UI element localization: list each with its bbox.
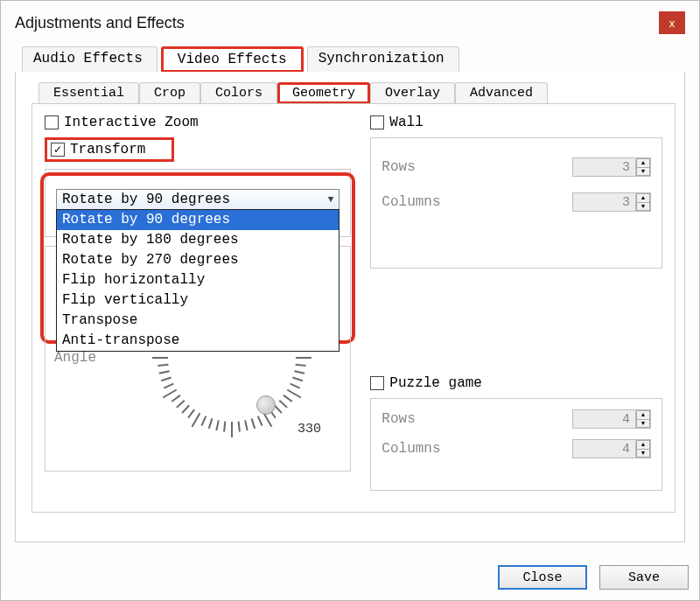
wall-label: Wall — [389, 115, 423, 130]
transform-option[interactable]: Rotate by 90 degrees — [57, 210, 339, 230]
transform-combo-value: Rotate by 90 degrees — [62, 192, 230, 207]
main-tabs: Audio Effects Video Effects Synchronizat… — [22, 46, 685, 73]
spin-down-icon[interactable]: ▼ — [636, 167, 650, 176]
transform-row: Transform — [45, 137, 174, 162]
puzzle-cols-spinbox[interactable]: 4 ▲ ▼ — [572, 439, 651, 458]
tab-essential[interactable]: Essential — [38, 82, 139, 104]
transform-combo[interactable]: Rotate by 90 degrees ▼ Rotate by 90 degr… — [56, 189, 340, 210]
geometry-left-column: Interactive Zoom Transform Rotate by 90 … — [45, 113, 351, 503]
puzzle-checkbox[interactable] — [370, 376, 384, 390]
dialog-footer: Close Save — [498, 565, 689, 590]
wall-cols-value: 3 — [573, 194, 636, 211]
spin-down-icon[interactable]: ▼ — [636, 419, 650, 428]
close-icon[interactable]: x — [659, 11, 685, 34]
transform-combo-list: Rotate by 90 degrees Rotate by 180 degre… — [56, 209, 340, 352]
transform-group: Rotate by 90 degrees ▼ Rotate by 90 degr… — [45, 169, 351, 237]
adjustments-effects-dialog: Adjustments and Effects x Audio Effects … — [0, 0, 700, 601]
transform-checkbox[interactable] — [51, 143, 65, 157]
transform-option[interactable]: Flip vertically — [57, 290, 339, 311]
spacer — [370, 281, 662, 361]
puzzle-rows-value: 4 — [573, 411, 636, 428]
wall-cols-row: Columns 3 ▲ ▼ — [382, 192, 651, 212]
wall-checkbox[interactable] — [370, 115, 384, 129]
interactive-zoom-checkbox[interactable] — [45, 115, 59, 129]
close-button[interactable]: Close — [498, 565, 587, 590]
chevron-down-icon: ▼ — [328, 194, 334, 205]
wall-section: Wall Rows 3 ▲ ▼ — [370, 113, 662, 269]
geometry-pane: Interactive Zoom Transform Rotate by 90 … — [32, 103, 676, 513]
save-button[interactable]: Save — [599, 565, 689, 590]
spin-up-icon[interactable]: ▲ — [636, 410, 650, 419]
puzzle-section: Puzzle game Rows 4 ▲ ▼ — [370, 374, 662, 491]
geometry-right-column: Wall Rows 3 ▲ ▼ — [370, 113, 662, 503]
angle-label: Angle — [54, 350, 96, 366]
wall-rows-label: Rows — [382, 159, 415, 175]
interactive-zoom-label: Interactive Zoom — [64, 115, 199, 130]
puzzle-row: Puzzle game — [370, 375, 662, 391]
wall-cols-spinbox[interactable]: 3 ▲ ▼ — [572, 192, 651, 212]
spin-up-icon[interactable]: ▲ — [636, 440, 650, 449]
transform-option[interactable]: Rotate by 270 degrees — [57, 250, 339, 270]
video-effects-pane: Essential Crop Colors Geometry Overlay A… — [15, 72, 685, 542]
spin-up-icon[interactable]: ▲ — [636, 193, 650, 202]
transform-option[interactable]: Flip horizontally — [57, 270, 339, 290]
tab-video-effects[interactable]: Video Effects — [161, 46, 304, 73]
tab-overlay[interactable]: Overlay — [370, 82, 455, 104]
puzzle-rows-spinbox[interactable]: 4 ▲ ▼ — [572, 409, 651, 429]
wall-rows-spinbox[interactable]: 3 ▲ ▼ — [572, 157, 651, 177]
angle-dial-knob[interactable] — [256, 395, 276, 415]
puzzle-cols-value: 4 — [573, 441, 636, 458]
spin-up-icon[interactable]: ▲ — [636, 158, 650, 167]
tab-crop[interactable]: Crop — [139, 82, 200, 104]
spin-down-icon[interactable]: ▼ — [636, 202, 650, 211]
transform-option[interactable]: Rotate by 180 degrees — [57, 230, 339, 250]
tab-advanced[interactable]: Advanced — [455, 82, 548, 104]
wall-cols-label: Columns — [382, 194, 440, 210]
tab-geometry[interactable]: Geometry — [277, 82, 370, 104]
interactive-zoom-row: Interactive Zoom — [45, 115, 351, 130]
wall-rows-value: 3 — [573, 159, 636, 176]
transform-label: Transform — [70, 142, 145, 157]
puzzle-group: Rows 4 ▲ ▼ Columns — [370, 398, 662, 491]
dialog-header: Adjustments and Effects x — [15, 11, 685, 34]
tab-colors[interactable]: Colors — [200, 82, 277, 104]
puzzle-cols-label: Columns — [382, 441, 440, 457]
transform-option[interactable]: Anti-transpose — [57, 331, 339, 351]
transform-option[interactable]: Transpose — [57, 311, 339, 331]
puzzle-rows-label: Rows — [382, 411, 415, 427]
tab-synchronization[interactable]: Synchronization — [307, 46, 459, 73]
video-subtabs: Essential Crop Colors Geometry Overlay A… — [38, 82, 676, 104]
tab-audio-effects[interactable]: Audio Effects — [22, 46, 158, 73]
puzzle-rows-row: Rows 4 ▲ ▼ — [382, 409, 651, 429]
angle-dial-value: 330 — [298, 422, 321, 437]
puzzle-cols-row: Columns 4 ▲ ▼ — [382, 439, 651, 458]
wall-rows-row: Rows 3 ▲ ▼ — [382, 157, 651, 177]
puzzle-label: Puzzle game — [389, 375, 482, 391]
wall-group: Rows 3 ▲ ▼ Columns — [370, 137, 662, 269]
dialog-title: Adjustments and Effects — [15, 14, 185, 32]
wall-row: Wall — [370, 115, 662, 130]
spin-down-icon[interactable]: ▼ — [636, 449, 650, 458]
